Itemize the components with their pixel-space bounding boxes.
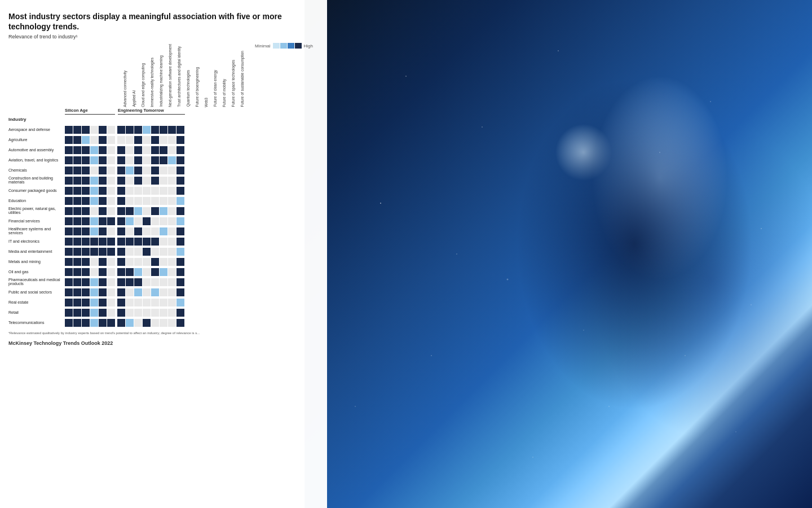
cell-9-9	[143, 207, 151, 215]
cells-row-17	[65, 287, 184, 297]
cell-7-11	[160, 187, 167, 195]
cell-17-7	[126, 288, 134, 296]
cell-17-11	[160, 288, 167, 296]
cell-17-1	[73, 288, 81, 296]
cell-1-5	[107, 126, 115, 134]
cell-19-3	[90, 309, 98, 317]
cell-12-9	[143, 238, 151, 246]
cell-5-3	[90, 167, 98, 174]
cell-3-1	[73, 146, 81, 154]
cell-2-11	[160, 136, 167, 144]
cell-18-12	[168, 299, 176, 306]
cell-14-10	[151, 258, 159, 266]
cell-1-9	[143, 126, 151, 134]
legend-minimal-label: Minimal	[255, 43, 271, 49]
cell-17-10	[151, 288, 159, 296]
cells-row-10	[65, 216, 184, 226]
cell-9-2	[82, 207, 90, 215]
cells-row-12	[65, 237, 184, 246]
cell-20-9	[143, 319, 151, 327]
cell-6-9	[143, 177, 151, 185]
cell-6-7	[126, 177, 134, 185]
cell-19-8	[134, 309, 142, 317]
cell-4-5	[107, 156, 115, 164]
cell-10-5	[107, 217, 115, 225]
cell-3-4	[99, 146, 107, 154]
cell-9-13	[176, 207, 184, 215]
cell-19-10	[151, 309, 159, 317]
cell-6-0	[65, 177, 73, 185]
cell-8-2	[82, 197, 90, 205]
cell-16-13	[176, 278, 184, 286]
cell-13-5	[107, 248, 115, 256]
cell-20-6	[117, 319, 125, 327]
cell-3-10	[151, 146, 159, 154]
col-header-9: Web3	[202, 53, 210, 107]
cell-10-13	[176, 217, 184, 225]
cell-16-0	[65, 278, 73, 286]
cell-14-7	[126, 258, 134, 266]
cell-12-11	[160, 238, 167, 246]
cell-2-9	[143, 136, 151, 144]
cell-4-9	[143, 156, 151, 164]
row-label-12: IT and electronics	[8, 236, 65, 246]
cell-7-13	[176, 187, 184, 195]
cells-row-18	[65, 297, 184, 307]
row-label-8: Education	[8, 195, 65, 205]
cell-8-6	[117, 197, 125, 205]
cell-2-12	[168, 136, 176, 144]
cell-1-0	[65, 126, 73, 134]
cell-15-9	[143, 268, 151, 276]
cell-15-13	[176, 268, 184, 276]
cell-2-8	[134, 136, 142, 144]
cell-12-2	[82, 238, 90, 246]
cells-row-13	[65, 247, 184, 256]
cell-20-12	[168, 319, 176, 327]
cells-row-1	[65, 125, 184, 134]
cell-13-8	[134, 248, 142, 256]
cell-17-0	[65, 288, 73, 296]
cell-2-7	[126, 136, 134, 144]
cell-18-13	[176, 299, 184, 306]
cell-8-8	[134, 197, 142, 205]
col-header-11: Future of mobility	[220, 53, 228, 107]
cell-16-4	[99, 278, 107, 286]
cell-10-9	[143, 217, 151, 225]
cell-18-4	[99, 299, 107, 306]
row-label-19: Retail	[8, 307, 65, 317]
cell-3-0	[65, 146, 73, 154]
cell-9-5	[107, 207, 115, 215]
col-header-0: Advanced connectivity	[121, 53, 129, 107]
cells-row-3	[65, 145, 184, 155]
cell-11-2	[82, 227, 90, 235]
cell-20-2	[82, 319, 90, 327]
cell-10-11	[160, 217, 167, 225]
cell-19-11	[160, 309, 167, 317]
cell-11-7	[126, 227, 134, 235]
cell-16-6	[117, 278, 125, 286]
cell-15-1	[73, 268, 81, 276]
cell-8-12	[168, 197, 176, 205]
col-header-8: Future of bioengineering	[193, 53, 201, 107]
col-header-13: Future of sustainable consumption	[239, 53, 246, 107]
cell-14-1	[73, 258, 81, 266]
row-label-6: Construction and building materials	[8, 175, 65, 185]
cell-2-3	[90, 136, 98, 144]
cell-7-1	[73, 187, 81, 195]
cell-3-13	[176, 146, 184, 154]
row-label-18: Real estate	[8, 297, 65, 307]
row-label-16: Pharmaceuticals and medical products	[8, 277, 65, 287]
cell-13-7	[126, 248, 134, 256]
row-label-13: Media and entertainment	[8, 246, 65, 256]
cell-13-3	[90, 248, 98, 256]
cell-9-8	[134, 207, 142, 215]
cell-4-10	[151, 156, 159, 164]
cell-17-8	[134, 288, 142, 296]
page-title: Most industry sectors display a meaningf…	[8, 11, 319, 32]
cells-row-8	[65, 196, 184, 205]
row-label-4: Aviation, travel, and logistics	[8, 155, 65, 165]
cell-6-10	[151, 177, 159, 185]
cell-10-6	[117, 217, 125, 225]
cell-13-12	[168, 248, 176, 256]
cell-15-12	[168, 268, 176, 276]
